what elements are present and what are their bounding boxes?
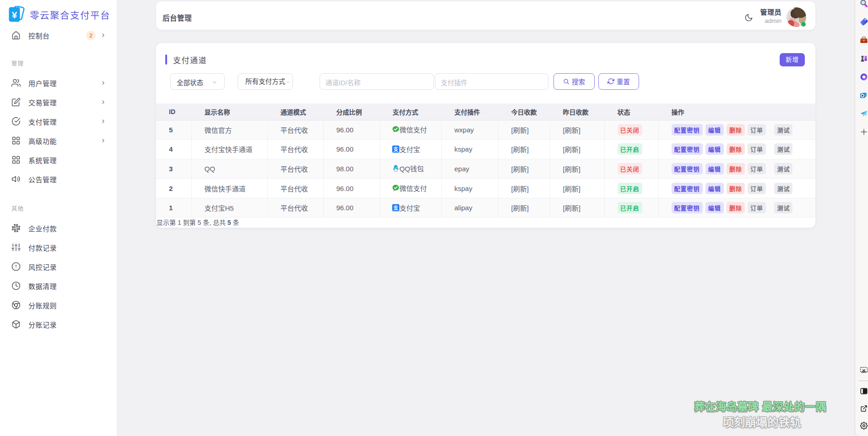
svg-text:¥: ¥ [12,10,17,20]
svg-text:支: 支 [393,204,399,210]
svg-text:支: 支 [393,146,399,152]
